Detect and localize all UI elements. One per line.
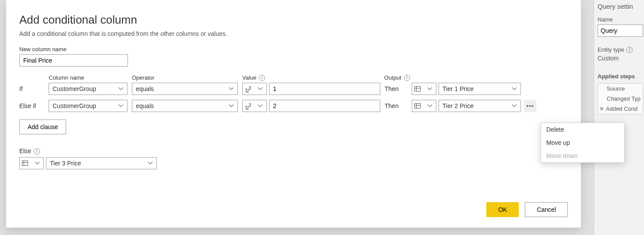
clause-prefix: If	[19, 85, 49, 93]
cancel-button[interactable]: Cancel	[525, 202, 568, 217]
add-conditional-column-dialog: Add conditional column Add a conditional…	[6, 0, 581, 228]
chevron-down-icon	[512, 85, 517, 92]
header-operator: Operator	[132, 74, 242, 81]
add-clause-button[interactable]: Add clause	[19, 119, 66, 134]
dialog-footer: OK Cancel	[486, 202, 568, 217]
column-type-icon	[414, 86, 421, 91]
else-section: Else Tier 3 Price	[19, 147, 568, 169]
operator-select[interactable]: equals	[132, 100, 238, 112]
step-item[interactable]: Source	[598, 84, 643, 94]
column-type-icon	[22, 161, 28, 166]
menu-item-move-down: Move down	[541, 149, 624, 162]
clause-row: Else if CustomerGroup equals 2 Then Tier…	[19, 100, 568, 112]
query-settings-panel: Query settin Name Entity type Custom App…	[594, 0, 644, 235]
chevron-down-icon	[229, 85, 234, 92]
then-label: Then	[385, 102, 412, 109]
entity-type-value: Custom	[598, 55, 644, 62]
chevron-down-icon	[512, 102, 517, 109]
name-label: Name	[598, 16, 644, 23]
info-icon[interactable]	[259, 75, 265, 81]
chevron-down-icon	[118, 102, 124, 109]
value-type-select[interactable]: 2	[242, 100, 267, 112]
header-column-name: Column name	[49, 74, 132, 81]
new-column-name-input[interactable]	[19, 54, 128, 67]
column-select[interactable]: CustomerGroup	[49, 100, 127, 112]
chevron-down-icon	[427, 102, 432, 109]
output-type-select[interactable]	[412, 83, 436, 95]
column-select[interactable]: CustomerGroup	[49, 83, 127, 95]
else-label: Else	[19, 147, 568, 154]
chevron-down-icon	[35, 160, 40, 167]
value-type-select[interactable]: 2	[242, 83, 267, 95]
step-item[interactable]: Changed Typ	[598, 94, 643, 104]
menu-item-move-up[interactable]: Move up	[541, 136, 624, 149]
step-item[interactable]: ✕Added Cond	[598, 104, 643, 114]
dialog-description: Add a conditional column that is compute…	[19, 30, 568, 37]
output-select[interactable]: Tier 2 Price	[439, 100, 521, 112]
value-input[interactable]	[269, 100, 380, 112]
chevron-down-icon	[427, 85, 432, 92]
chevron-down-icon	[258, 102, 263, 109]
panel-title: Query settin	[598, 3, 644, 10]
column-type-icon	[414, 103, 421, 109]
clause-menu-button[interactable]: •••	[524, 100, 536, 112]
info-icon[interactable]	[404, 75, 410, 81]
chevron-down-icon	[229, 102, 234, 109]
then-label: Then	[385, 85, 412, 92]
header-value: Value	[242, 74, 384, 81]
info-icon[interactable]	[34, 148, 40, 154]
chevron-down-icon	[258, 85, 263, 92]
chevron-down-icon	[118, 85, 124, 92]
clause-headers: Column name Operator Value Output	[49, 74, 568, 83]
entity-type-label: Entity type	[598, 46, 644, 53]
ellipsis-icon: •••	[527, 103, 534, 109]
output-type-select[interactable]	[412, 100, 436, 112]
menu-item-delete[interactable]: Delete	[541, 123, 624, 136]
else-type-select[interactable]	[19, 157, 44, 169]
else-output-select[interactable]: Tier 3 Price	[46, 157, 157, 169]
ok-button[interactable]: OK	[486, 202, 519, 217]
query-name-input[interactable]	[598, 25, 643, 37]
clause-row: If CustomerGroup equals 2 Then Tier 1 Pr…	[19, 83, 568, 95]
applied-steps-label: Applied steps	[598, 73, 644, 80]
clause-prefix: Else if	[19, 102, 49, 110]
dialog-title: Add conditional column	[19, 13, 568, 27]
value-input[interactable]	[269, 83, 380, 95]
applied-steps-list: Source Changed Typ ✕Added Cond	[598, 83, 643, 114]
header-output: Output	[384, 74, 497, 81]
output-select[interactable]: Tier 1 Price	[439, 83, 521, 95]
new-column-name-label: New column name	[19, 46, 568, 53]
chevron-down-icon	[148, 160, 153, 167]
clause-context-menu: Delete Move up Move down	[541, 123, 625, 163]
info-icon[interactable]	[626, 47, 633, 53]
delete-step-icon[interactable]: ✕	[599, 105, 604, 112]
operator-select[interactable]: equals	[132, 83, 238, 95]
